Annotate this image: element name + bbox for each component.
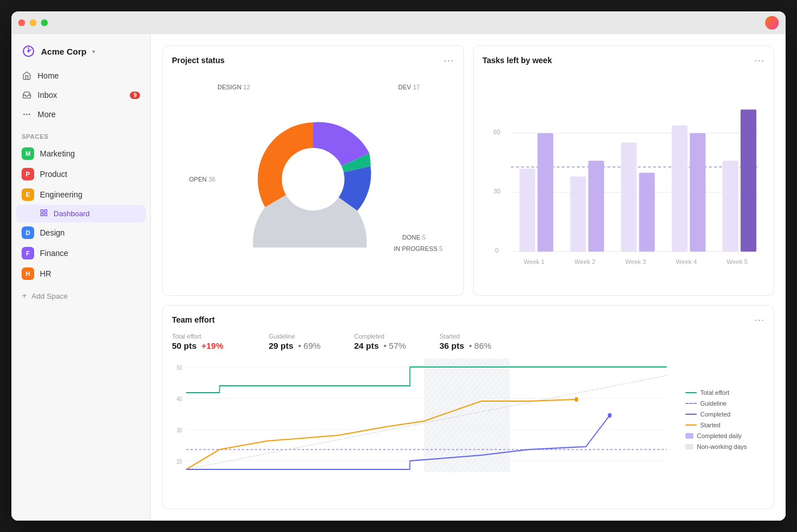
space-item-finance[interactable]: F Finance — [16, 243, 146, 263]
svg-text:Week 3: Week 3 — [625, 258, 646, 265]
stat-completed-value: 24 pts • 57% — [354, 341, 439, 350]
bar-chart-svg: 0 30 60 — [483, 72, 765, 275]
close-button[interactable] — [18, 19, 25, 26]
space-item-hr[interactable]: H HR — [16, 263, 146, 284]
svg-point-1 — [27, 50, 30, 52]
project-status-more-button[interactable]: ··· — [443, 55, 454, 65]
stat-started-value: 36 pts • 86% — [439, 341, 491, 350]
svg-point-4 — [24, 114, 24, 114]
legend-total-effort: Total effort — [685, 389, 765, 396]
bar-w3-1 — [621, 143, 636, 251]
completed-daily-legend-box — [685, 433, 693, 439]
started-dot — [574, 397, 578, 402]
svg-text:60: 60 — [493, 129, 500, 135]
design-avatar: D — [22, 226, 34, 239]
legend-started-label: Started — [700, 422, 720, 428]
nav-item-inbox[interactable]: Inbox 9 — [16, 85, 146, 105]
nav-item-more[interactable]: More — [16, 105, 146, 124]
stat-total-effort: Total effort 50 pts +19% — [172, 333, 269, 350]
space-sub-item-dashboard[interactable]: Dashboard — [16, 205, 146, 222]
svg-text:Week 1: Week 1 — [523, 258, 544, 265]
stat-total-extra: +19% — [202, 341, 224, 350]
bar-w5-2 — [740, 109, 756, 251]
bar-w1-1 — [519, 168, 535, 251]
dev-label: DEV 17 — [398, 84, 420, 90]
svg-text:Week 5: Week 5 — [726, 258, 747, 265]
avatar[interactable] — [765, 16, 779, 30]
svg-text:20: 20 — [176, 459, 182, 465]
tasks-by-week-card: Tasks left by week ··· 0 30 60 — [473, 46, 775, 296]
effort-stats-row: Total effort 50 pts +19% Guideline 29 pt… — [172, 333, 765, 350]
stat-guideline: Guideline 29 pts • 69% — [269, 333, 354, 350]
design-label-pie: DESIGN 12 — [217, 84, 250, 90]
legend-completed-label: Completed — [700, 411, 730, 418]
open-label: OPEN 36 — [189, 176, 215, 183]
logo-icon — [20, 43, 36, 59]
bar-w1-2 — [537, 133, 553, 251]
nav-home-label: Home — [38, 71, 59, 80]
product-avatar: P — [22, 168, 34, 180]
add-space-button[interactable]: + Add Space — [11, 286, 150, 306]
tasks-title: Tasks left by week — [483, 56, 552, 65]
effort-chart-area: 50 40 30 20 — [172, 358, 765, 480]
space-item-product[interactable]: P Product — [16, 164, 146, 184]
nav-section: Home Inbox 9 More — [11, 64, 150, 126]
legend-completed-daily-label: Completed daily — [697, 432, 742, 439]
spaces-section-label: Spaces — [11, 126, 150, 143]
maximize-button[interactable] — [41, 19, 48, 26]
bar-w2-2 — [588, 161, 604, 252]
legend-guideline: Guideline — [685, 400, 765, 407]
space-item-design[interactable]: D Design — [16, 222, 146, 243]
effort-more-button[interactable]: ··· — [754, 315, 765, 325]
workspace-name: Acme Corp — [41, 47, 87, 56]
legend-completed-daily: Completed daily — [685, 432, 765, 439]
legend-nonworking-label: Non-working days — [697, 443, 747, 450]
line-chart-svg: 50 40 30 20 — [172, 358, 676, 478]
stat-started-label: Started — [439, 333, 491, 340]
minimize-button[interactable] — [30, 19, 36, 26]
stat-total-label: Total effort — [172, 333, 269, 340]
svg-text:Week 2: Week 2 — [574, 258, 595, 265]
nav-item-home[interactable]: Home — [16, 66, 146, 85]
main-content: Project status ··· DEV 17 DESIGN 12 OPEN… — [151, 34, 786, 521]
plus-icon: + — [22, 291, 27, 301]
team-effort-card: Team effort ··· Total effort 50 pts +19%… — [162, 305, 774, 509]
dashboard-label: Dashboard — [54, 209, 90, 218]
bar-w4-2 — [689, 133, 705, 251]
svg-rect-5 — [41, 210, 43, 212]
tasks-header: Tasks left by week ··· — [483, 55, 765, 65]
finance-label: Finance — [40, 249, 68, 258]
bar-w5-1 — [722, 161, 738, 252]
legend-completed: Completed — [685, 411, 765, 418]
stat-guideline-label: Guideline — [269, 333, 354, 340]
svg-point-2 — [26, 114, 27, 114]
marketing-label: Marketing — [40, 149, 75, 158]
completed-line — [186, 415, 610, 469]
space-item-engineering[interactable]: E Engineering — [16, 184, 146, 205]
bar-w2-1 — [570, 176, 586, 251]
charts-row: Project status ··· DEV 17 DESIGN 12 OPEN… — [162, 46, 774, 296]
nav-more-label: More — [38, 110, 56, 119]
project-status-title: Project status — [172, 56, 225, 65]
svg-rect-23 — [424, 358, 510, 472]
stat-completed-label: Completed — [354, 333, 439, 340]
legend-total-label: Total effort — [700, 389, 729, 396]
engineering-label: Engineering — [40, 190, 83, 199]
completed-legend-line — [685, 414, 697, 415]
tasks-chart-content: 0 30 60 — [483, 72, 765, 292]
svg-text:0: 0 — [495, 247, 498, 254]
tasks-more-button[interactable]: ··· — [754, 55, 765, 65]
space-item-marketing[interactable]: M Marketing — [16, 143, 146, 164]
done-label: DONE 5 — [402, 234, 426, 241]
workspace-header[interactable]: Acme Corp ▾ — [11, 34, 150, 64]
completed-dot — [608, 413, 612, 418]
stat-started: Started 36 pts • 86% — [439, 333, 491, 350]
svg-text:30: 30 — [493, 188, 500, 195]
svg-rect-6 — [44, 210, 47, 212]
svg-point-3 — [29, 114, 30, 114]
chevron-down-icon: ▾ — [92, 48, 95, 55]
more-icon — [22, 109, 32, 119]
svg-text:40: 40 — [176, 396, 182, 402]
project-status-card: Project status ··· DEV 17 DESIGN 12 OPEN… — [162, 46, 464, 296]
app-body: Acme Corp ▾ Home Inbox 9 — [11, 34, 786, 521]
